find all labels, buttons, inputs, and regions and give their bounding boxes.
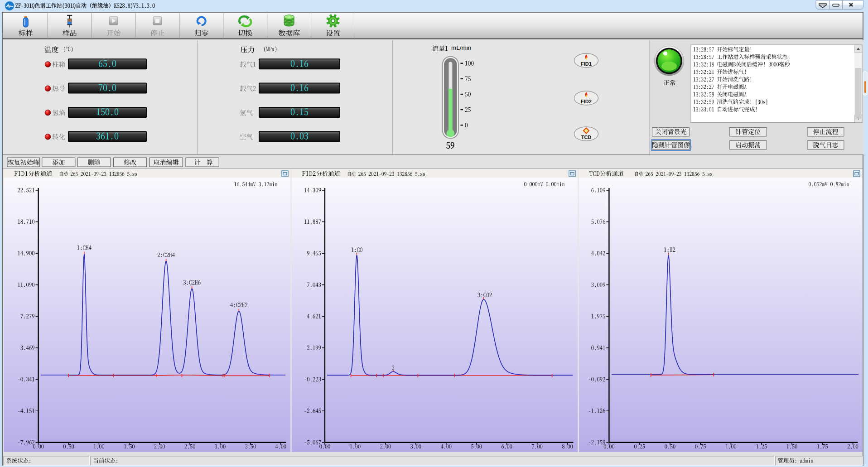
svg-text:TCD: TCD	[581, 135, 592, 140]
svg-text:mL/min: mL/min	[451, 44, 471, 51]
svg-text:FID1: FID1	[581, 61, 592, 67]
svg-text:FID2: FID2	[581, 99, 592, 104]
